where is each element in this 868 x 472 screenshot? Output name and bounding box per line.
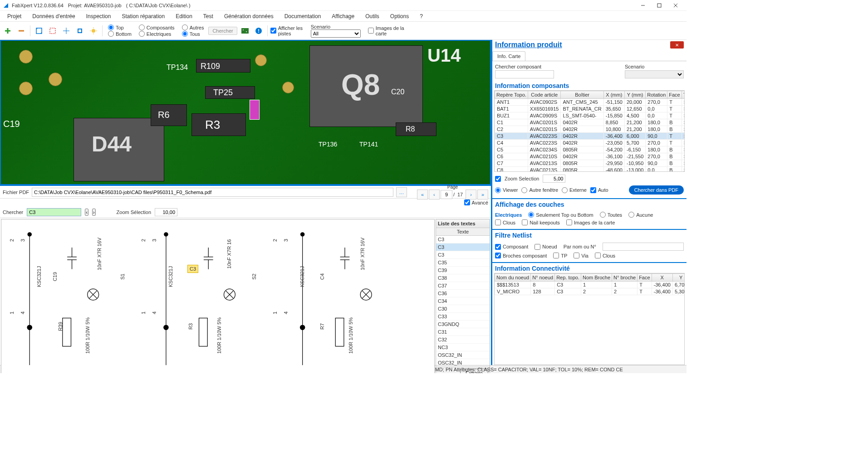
radio-aucune[interactable] [628, 212, 634, 218]
menu-affichage[interactable]: Affichage [326, 12, 360, 21]
search-button[interactable]: Chercher [208, 27, 237, 35]
table-row[interactable]: C7AVAC0213S0805R-29,950-10,95090,0BSMD [495, 160, 685, 167]
images-checkbox[interactable] [566, 219, 572, 225]
clous2-checkbox[interactable] [595, 253, 601, 258]
comp-header[interactable]: Techno. [682, 91, 685, 99]
radio-toutes[interactable] [600, 212, 606, 218]
via-checkbox[interactable] [574, 253, 579, 258]
radio-tous[interactable] [182, 31, 188, 37]
conn-header[interactable]: Face [638, 274, 652, 282]
pdf-page-current[interactable] [441, 190, 452, 199]
remove-icon[interactable] [15, 25, 27, 37]
scenario-select[interactable]: All [311, 29, 361, 38]
table-row[interactable]: V_MICRO128C322T-36,4005,30022 [495, 288, 685, 295]
zoom-fit-icon[interactable] [33, 25, 45, 37]
schematic-viewer[interactable]: C3 KSC321J KSC321J KSC321J C19 S1 S2 C4 … [1, 219, 435, 373]
menu-donnesdentre[interactable]: Données d'entrée [27, 12, 80, 21]
board-icon[interactable] [239, 25, 251, 37]
radio-externe[interactable] [562, 187, 568, 193]
menu-edition[interactable]: Edition [170, 12, 198, 21]
text-list-item[interactable]: C39 [436, 267, 490, 274]
tab-info-carte[interactable]: Info. Carte [492, 51, 525, 61]
pdf-first-button[interactable]: « [417, 190, 428, 200]
table-row[interactable]: C4AVAC0223S0402R-23,0505,700270,0TSMD [495, 140, 685, 146]
menu-inspection[interactable]: Inspection [81, 12, 117, 21]
table-row[interactable]: ANT1AVAC0902SANT_CMS_245-51,15020,000270… [495, 99, 685, 106]
search-comp-input[interactable] [495, 70, 554, 78]
comp-header[interactable]: Rotation [646, 91, 667, 99]
noeud-checkbox[interactable] [535, 244, 540, 250]
par-nom-input[interactable] [603, 243, 684, 251]
chip-icon[interactable] [74, 25, 86, 37]
text-list-item[interactable]: C35 [436, 259, 490, 267]
pdf-advanced-checkbox[interactable] [464, 200, 470, 205]
conn-header[interactable]: N° noeud [531, 274, 555, 282]
table-row[interactable]: BUZ1AVAC0909SLS_SMT-0540--15,8504,5000,0… [495, 112, 685, 119]
add-icon[interactable] [2, 25, 14, 37]
info-icon[interactable]: ! [253, 25, 265, 37]
crosshair-icon[interactable] [60, 25, 72, 37]
pdf-zoom-input[interactable] [155, 208, 177, 216]
text-list-item[interactable]: C31 [436, 328, 490, 336]
conn-header[interactable]: Nom du noeud [495, 274, 531, 282]
tp-checkbox[interactable] [553, 253, 559, 258]
zoom-selection-input[interactable] [543, 175, 565, 183]
clous-checkbox[interactable] [495, 219, 501, 225]
search-pdf-button[interactable]: Chercher dans PDF [629, 185, 684, 195]
conn-header[interactable]: X [652, 274, 672, 282]
table-row[interactable]: C5AVAC0234S0805R-54,200-6,150180,0BSMD [495, 146, 685, 153]
maximize-button[interactable] [651, 0, 667, 10]
zoom-selection-checkbox[interactable] [495, 176, 501, 182]
afficher-pistes-checkbox[interactable] [270, 28, 276, 34]
text-list-item[interactable]: OSC32_IN [436, 359, 490, 367]
comp-header[interactable]: X (mm) [603, 91, 624, 99]
text-list-item[interactable]: C32 [436, 336, 490, 344]
composant-checkbox[interactable] [495, 244, 501, 250]
right-scenario-select[interactable] [625, 70, 684, 78]
images-carte-checkbox[interactable] [368, 28, 374, 34]
radio-top[interactable] [108, 24, 114, 30]
table-row[interactable]: C6AVAC0210S0402R-36,100-21,550270,0BSMD [495, 153, 685, 160]
text-list-item[interactable]: C37 [436, 282, 490, 290]
radio-autres[interactable] [182, 24, 188, 30]
table-row[interactable]: $$$135138C311T-36,4006,70022 [495, 282, 685, 288]
text-list-item[interactable]: C38 [436, 274, 490, 282]
text-list-item[interactable]: C3 [436, 243, 490, 251]
pdf-search-prev[interactable]: ‹ [85, 209, 88, 216]
comp-header[interactable]: Repère Topo. [495, 91, 528, 99]
conn-header[interactable]: Rep. topo. [555, 274, 581, 282]
radio-autre[interactable] [521, 187, 527, 193]
comp-header[interactable]: Y (mm) [624, 91, 645, 99]
menu-projet[interactable]: Projet [2, 12, 27, 21]
conn-header[interactable]: Nom Broche [581, 274, 612, 282]
table-row[interactable]: C8AVAC0213S0805R-48,600-13,0000,0BSMD [495, 167, 685, 172]
text-list-item[interactable]: C3GNDQ [436, 321, 490, 328]
radio-composants[interactable] [139, 24, 145, 30]
menu-outils[interactable]: Outils [360, 12, 385, 21]
comp-header[interactable]: Face [667, 91, 682, 99]
text-list-item[interactable]: C33 [436, 313, 490, 321]
pdf-search-next[interactable]: › [92, 209, 96, 216]
comp-header[interactable]: Code article [528, 91, 561, 99]
pcb-viewer[interactable]: Q8 D44 U14 R109 TP134 TP25 R6 R3 TP136 T… [0, 40, 491, 185]
text-list-item[interactable]: C3 [436, 251, 490, 259]
radio-seulement[interactable] [528, 212, 534, 218]
pdf-search-input[interactable] [27, 208, 81, 216]
menu-test[interactable]: Test [198, 12, 219, 21]
menu-gnrationdonnes[interactable]: Génération données [219, 12, 279, 21]
pdf-path-input[interactable] [32, 188, 393, 197]
pdf-more-button[interactable]: … [396, 187, 407, 197]
text-list-item[interactable]: C36 [436, 290, 490, 297]
pdf-prev-button[interactable]: ‹ [429, 190, 440, 200]
zoom-region-icon[interactable] [47, 25, 59, 37]
menu-stationrparation[interactable]: Station réparation [116, 12, 170, 21]
text-list-item[interactable]: NC3 [436, 344, 490, 351]
minimize-button[interactable] [635, 0, 651, 10]
menu-options[interactable]: Options [385, 12, 414, 21]
table-row[interactable]: BAT1XX65016915BT_RENATA_CR35,65012,6500,… [495, 106, 685, 112]
menu-[interactable]: ? [414, 12, 428, 21]
table-row[interactable]: C2AVAC0201S0402R10,80021,200180,0BSMD [495, 126, 685, 133]
pdf-next-button[interactable]: › [466, 190, 476, 200]
table-row[interactable]: C1AVAC0201S0402R8,85021,200180,0BSMD [495, 119, 685, 126]
auto-checkbox[interactable] [590, 187, 596, 193]
